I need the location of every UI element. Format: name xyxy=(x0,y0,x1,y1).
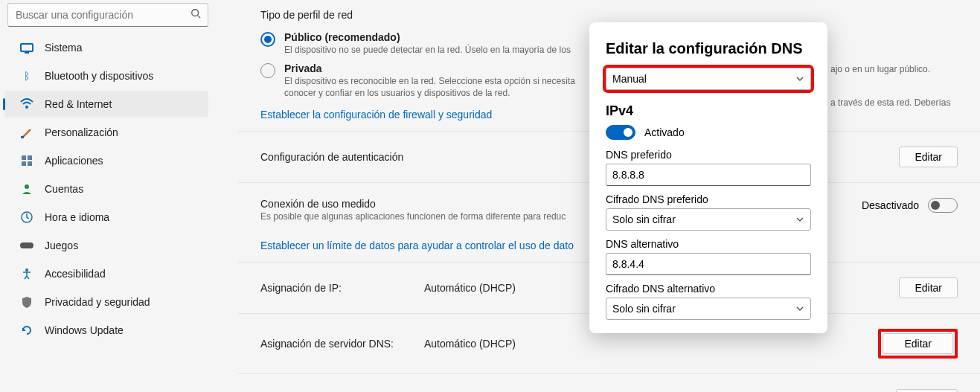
chevron-down-icon xyxy=(795,74,804,83)
sidebar-item-juegos[interactable]: Juegos xyxy=(4,232,208,259)
nav-label: Cuentas xyxy=(45,183,83,195)
metered-toggle[interactable] xyxy=(928,198,958,213)
auth-edit-button[interactable]: Editar xyxy=(899,147,958,167)
dns-edit-button[interactable]: Editar xyxy=(883,333,953,354)
person-icon xyxy=(19,181,34,196)
sidebar-item-hora-idioma[interactable]: Hora e idioma xyxy=(4,204,208,231)
ip-edit-button[interactable]: Editar xyxy=(899,277,958,298)
brush-icon xyxy=(19,125,34,140)
search-box[interactable] xyxy=(7,3,208,27)
ip-label: Asignación de IP: xyxy=(260,282,424,294)
ipv4-header: IPv4 xyxy=(606,103,811,119)
sidebar: Sistema ᛒBluetooth y dispositivos Red & … xyxy=(0,0,223,392)
nav-label: Red & Internet xyxy=(45,98,112,110)
nav-list: Sistema ᛒBluetooth y dispositivos Red & … xyxy=(0,34,216,344)
display-icon xyxy=(19,40,34,55)
divider xyxy=(238,373,980,374)
chevron-down-icon xyxy=(795,304,804,313)
svg-rect-6 xyxy=(22,161,26,166)
shield-icon xyxy=(19,295,34,309)
pref-enc-value: Solo sin cifrar xyxy=(612,213,676,225)
sidebar-item-privacidad[interactable]: Privacidad y seguridad xyxy=(4,289,208,315)
nav-label: Privacidad y seguridad xyxy=(45,296,150,308)
ipv4-state: Activado xyxy=(644,126,685,138)
dns-mode-select[interactable]: Manual xyxy=(606,68,811,90)
pref-enc-select[interactable]: Solo sin cifrar xyxy=(606,208,811,231)
ipv4-toggle[interactable] xyxy=(606,125,635,140)
sidebar-item-bluetooth[interactable]: ᛒBluetooth y dispositivos xyxy=(4,62,208,89)
nav-label: Juegos xyxy=(45,240,78,251)
alt-dns-label: DNS alternativo xyxy=(606,238,811,250)
alt-enc-select[interactable]: Solo sin cifrar xyxy=(606,298,811,320)
alt-dns-input[interactable] xyxy=(606,253,811,275)
clock-globe-icon xyxy=(19,210,34,225)
nav-label: Sistema xyxy=(45,42,83,54)
dialog-title: Editar la configuración DNS xyxy=(606,40,811,57)
dns-edit-highlight: Editar xyxy=(878,329,958,359)
svg-rect-7 xyxy=(28,161,32,166)
bluetooth-icon: ᛒ xyxy=(19,68,34,83)
search-input[interactable] xyxy=(7,3,208,27)
pref-dns-input[interactable] xyxy=(606,164,811,186)
nav-label: Windows Update xyxy=(45,324,124,336)
network-profile-header: Tipo de perfil de red xyxy=(260,9,958,21)
svg-point-8 xyxy=(25,184,29,189)
pref-enc-label: Cifrado DNS preferido xyxy=(606,193,811,205)
wifi-icon xyxy=(19,97,34,112)
svg-rect-4 xyxy=(22,155,26,160)
nav-label: Personalización xyxy=(45,126,118,138)
chevron-down-icon xyxy=(795,215,804,224)
dns-label: Asignación de servidor DNS: xyxy=(260,338,424,350)
svg-rect-3 xyxy=(21,136,24,138)
update-icon xyxy=(19,323,34,338)
sidebar-item-sistema[interactable]: Sistema xyxy=(4,34,208,61)
radio-private[interactable] xyxy=(260,63,275,78)
radio-public[interactable] xyxy=(260,32,275,47)
private-desc-overflow: a través de esta red. Deberías xyxy=(830,97,950,108)
dns-mode-value: Manual xyxy=(612,73,647,85)
sidebar-item-cuentas[interactable]: Cuentas xyxy=(4,176,208,202)
alt-enc-value: Solo sin cifrar xyxy=(612,303,676,315)
nav-label: Aplicaciones xyxy=(45,155,103,167)
gamepad-icon xyxy=(19,238,34,253)
sidebar-item-aplicaciones[interactable]: Aplicaciones xyxy=(4,147,208,174)
svg-rect-10 xyxy=(20,242,33,248)
public-desc-overflow: ajo o en un lugar público. xyxy=(830,64,930,74)
svg-point-11 xyxy=(25,269,28,271)
nav-label: Hora e idioma xyxy=(45,211,109,223)
sidebar-item-red-internet[interactable]: Red & Internet xyxy=(4,91,208,118)
sidebar-item-personalizacion[interactable]: Personalización xyxy=(4,119,208,146)
accessibility-icon xyxy=(19,266,34,281)
nav-label: Bluetooth y dispositivos xyxy=(45,70,153,82)
pref-dns-label: DNS preferido xyxy=(606,149,811,161)
svg-point-2 xyxy=(25,106,28,109)
dns-value: Automático (DHCP) xyxy=(424,338,878,350)
metered-state: Desactivado xyxy=(862,199,919,211)
speed-copy-button[interactable]: Copiar xyxy=(896,389,958,392)
nav-label: Accesibilidad xyxy=(45,268,106,280)
sidebar-item-accesibilidad[interactable]: Accesibilidad xyxy=(4,260,208,287)
apps-icon xyxy=(19,153,34,168)
sidebar-item-windows-update[interactable]: Windows Update xyxy=(4,317,208,344)
svg-rect-5 xyxy=(28,155,32,160)
alt-enc-label: Cifrado DNS alternativo xyxy=(606,283,811,295)
dns-dialog: Editar la configuración DNS Manual IPv4 … xyxy=(589,22,827,333)
